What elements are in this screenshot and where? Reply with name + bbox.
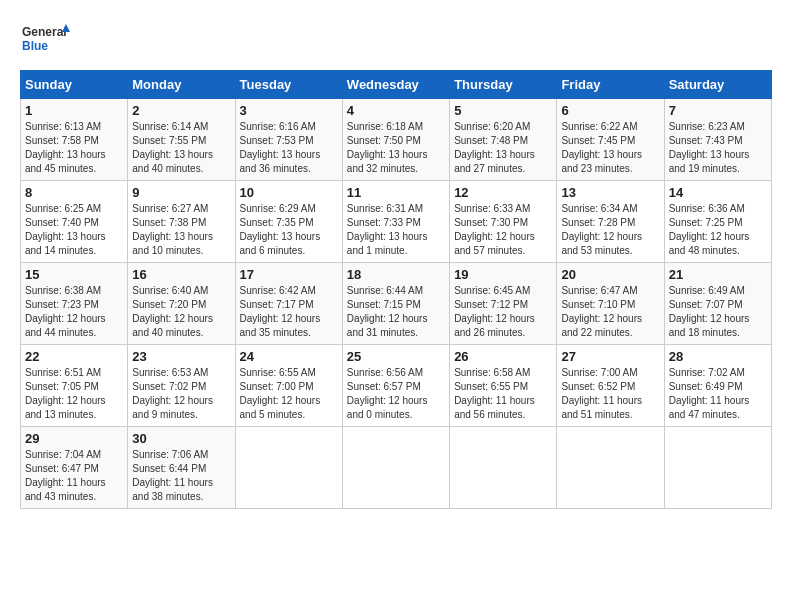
- day-number: 23: [132, 349, 230, 364]
- day-info: Sunrise: 6:31 AM Sunset: 7:33 PM Dayligh…: [347, 202, 445, 258]
- day-info: Sunrise: 6:42 AM Sunset: 7:17 PM Dayligh…: [240, 284, 338, 340]
- day-info: Sunrise: 6:38 AM Sunset: 7:23 PM Dayligh…: [25, 284, 123, 340]
- day-info: Sunrise: 6:49 AM Sunset: 7:07 PM Dayligh…: [669, 284, 767, 340]
- day-header-thursday: Thursday: [450, 71, 557, 99]
- calendar-cell: 1Sunrise: 6:13 AM Sunset: 7:58 PM Daylig…: [21, 99, 128, 181]
- day-header-monday: Monday: [128, 71, 235, 99]
- day-number: 5: [454, 103, 552, 118]
- calendar-cell: 16Sunrise: 6:40 AM Sunset: 7:20 PM Dayli…: [128, 263, 235, 345]
- day-info: Sunrise: 6:13 AM Sunset: 7:58 PM Dayligh…: [25, 120, 123, 176]
- calendar-cell: 2Sunrise: 6:14 AM Sunset: 7:55 PM Daylig…: [128, 99, 235, 181]
- calendar-cell: [450, 427, 557, 509]
- day-header-tuesday: Tuesday: [235, 71, 342, 99]
- day-number: 4: [347, 103, 445, 118]
- day-info: Sunrise: 6:33 AM Sunset: 7:30 PM Dayligh…: [454, 202, 552, 258]
- day-header-saturday: Saturday: [664, 71, 771, 99]
- day-info: Sunrise: 7:02 AM Sunset: 6:49 PM Dayligh…: [669, 366, 767, 422]
- day-info: Sunrise: 6:36 AM Sunset: 7:25 PM Dayligh…: [669, 202, 767, 258]
- calendar-cell: 4Sunrise: 6:18 AM Sunset: 7:50 PM Daylig…: [342, 99, 449, 181]
- svg-text:Blue: Blue: [22, 39, 48, 53]
- calendar-cell: 3Sunrise: 6:16 AM Sunset: 7:53 PM Daylig…: [235, 99, 342, 181]
- day-info: Sunrise: 6:23 AM Sunset: 7:43 PM Dayligh…: [669, 120, 767, 176]
- calendar-cell: 12Sunrise: 6:33 AM Sunset: 7:30 PM Dayli…: [450, 181, 557, 263]
- calendar-cell: 21Sunrise: 6:49 AM Sunset: 7:07 PM Dayli…: [664, 263, 771, 345]
- svg-text:General: General: [22, 25, 67, 39]
- calendar-cell: [664, 427, 771, 509]
- day-number: 22: [25, 349, 123, 364]
- day-info: Sunrise: 6:55 AM Sunset: 7:00 PM Dayligh…: [240, 366, 338, 422]
- calendar-cell: 22Sunrise: 6:51 AM Sunset: 7:05 PM Dayli…: [21, 345, 128, 427]
- day-info: Sunrise: 6:53 AM Sunset: 7:02 PM Dayligh…: [132, 366, 230, 422]
- day-number: 26: [454, 349, 552, 364]
- day-number: 10: [240, 185, 338, 200]
- calendar-cell: 10Sunrise: 6:29 AM Sunset: 7:35 PM Dayli…: [235, 181, 342, 263]
- day-number: 6: [561, 103, 659, 118]
- calendar-cell: 9Sunrise: 6:27 AM Sunset: 7:38 PM Daylig…: [128, 181, 235, 263]
- calendar-cell: [557, 427, 664, 509]
- day-number: 30: [132, 431, 230, 446]
- calendar-cell: 23Sunrise: 6:53 AM Sunset: 7:02 PM Dayli…: [128, 345, 235, 427]
- logo: General Blue: [20, 20, 70, 60]
- day-number: 2: [132, 103, 230, 118]
- day-info: Sunrise: 6:56 AM Sunset: 6:57 PM Dayligh…: [347, 366, 445, 422]
- calendar-cell: 11Sunrise: 6:31 AM Sunset: 7:33 PM Dayli…: [342, 181, 449, 263]
- day-info: Sunrise: 6:22 AM Sunset: 7:45 PM Dayligh…: [561, 120, 659, 176]
- calendar-cell: 6Sunrise: 6:22 AM Sunset: 7:45 PM Daylig…: [557, 99, 664, 181]
- calendar-cell: 28Sunrise: 7:02 AM Sunset: 6:49 PM Dayli…: [664, 345, 771, 427]
- calendar-cell: 26Sunrise: 6:58 AM Sunset: 6:55 PM Dayli…: [450, 345, 557, 427]
- calendar-cell: 15Sunrise: 6:38 AM Sunset: 7:23 PM Dayli…: [21, 263, 128, 345]
- calendar-cell: 25Sunrise: 6:56 AM Sunset: 6:57 PM Dayli…: [342, 345, 449, 427]
- calendar-cell: 14Sunrise: 6:36 AM Sunset: 7:25 PM Dayli…: [664, 181, 771, 263]
- day-info: Sunrise: 6:29 AM Sunset: 7:35 PM Dayligh…: [240, 202, 338, 258]
- day-number: 15: [25, 267, 123, 282]
- day-header-sunday: Sunday: [21, 71, 128, 99]
- day-info: Sunrise: 6:58 AM Sunset: 6:55 PM Dayligh…: [454, 366, 552, 422]
- day-number: 14: [669, 185, 767, 200]
- day-number: 11: [347, 185, 445, 200]
- calendar-week-1: 8Sunrise: 6:25 AM Sunset: 7:40 PM Daylig…: [21, 181, 772, 263]
- calendar-header-row: SundayMondayTuesdayWednesdayThursdayFrid…: [21, 71, 772, 99]
- day-number: 29: [25, 431, 123, 446]
- calendar-cell: 27Sunrise: 7:00 AM Sunset: 6:52 PM Dayli…: [557, 345, 664, 427]
- calendar-cell: 8Sunrise: 6:25 AM Sunset: 7:40 PM Daylig…: [21, 181, 128, 263]
- day-number: 18: [347, 267, 445, 282]
- day-number: 7: [669, 103, 767, 118]
- calendar-week-2: 15Sunrise: 6:38 AM Sunset: 7:23 PM Dayli…: [21, 263, 772, 345]
- day-info: Sunrise: 6:18 AM Sunset: 7:50 PM Dayligh…: [347, 120, 445, 176]
- calendar-cell: 29Sunrise: 7:04 AM Sunset: 6:47 PM Dayli…: [21, 427, 128, 509]
- day-info: Sunrise: 6:40 AM Sunset: 7:20 PM Dayligh…: [132, 284, 230, 340]
- day-info: Sunrise: 6:44 AM Sunset: 7:15 PM Dayligh…: [347, 284, 445, 340]
- day-info: Sunrise: 7:06 AM Sunset: 6:44 PM Dayligh…: [132, 448, 230, 504]
- day-number: 12: [454, 185, 552, 200]
- day-info: Sunrise: 6:20 AM Sunset: 7:48 PM Dayligh…: [454, 120, 552, 176]
- header: General Blue: [20, 20, 772, 60]
- day-info: Sunrise: 7:00 AM Sunset: 6:52 PM Dayligh…: [561, 366, 659, 422]
- calendar-cell: 18Sunrise: 6:44 AM Sunset: 7:15 PM Dayli…: [342, 263, 449, 345]
- day-number: 16: [132, 267, 230, 282]
- day-number: 20: [561, 267, 659, 282]
- day-number: 1: [25, 103, 123, 118]
- day-number: 21: [669, 267, 767, 282]
- calendar-week-4: 29Sunrise: 7:04 AM Sunset: 6:47 PM Dayli…: [21, 427, 772, 509]
- calendar-cell: [235, 427, 342, 509]
- calendar-week-0: 1Sunrise: 6:13 AM Sunset: 7:58 PM Daylig…: [21, 99, 772, 181]
- day-number: 19: [454, 267, 552, 282]
- day-info: Sunrise: 6:34 AM Sunset: 7:28 PM Dayligh…: [561, 202, 659, 258]
- day-header-friday: Friday: [557, 71, 664, 99]
- calendar-cell: 19Sunrise: 6:45 AM Sunset: 7:12 PM Dayli…: [450, 263, 557, 345]
- day-number: 3: [240, 103, 338, 118]
- calendar-cell: 13Sunrise: 6:34 AM Sunset: 7:28 PM Dayli…: [557, 181, 664, 263]
- calendar-cell: 30Sunrise: 7:06 AM Sunset: 6:44 PM Dayli…: [128, 427, 235, 509]
- day-info: Sunrise: 6:27 AM Sunset: 7:38 PM Dayligh…: [132, 202, 230, 258]
- day-header-wednesday: Wednesday: [342, 71, 449, 99]
- logo-svg: General Blue: [20, 20, 70, 60]
- calendar-cell: 17Sunrise: 6:42 AM Sunset: 7:17 PM Dayli…: [235, 263, 342, 345]
- calendar-table: SundayMondayTuesdayWednesdayThursdayFrid…: [20, 70, 772, 509]
- calendar-cell: 20Sunrise: 6:47 AM Sunset: 7:10 PM Dayli…: [557, 263, 664, 345]
- day-number: 13: [561, 185, 659, 200]
- calendar-cell: [342, 427, 449, 509]
- day-info: Sunrise: 6:51 AM Sunset: 7:05 PM Dayligh…: [25, 366, 123, 422]
- day-info: Sunrise: 6:45 AM Sunset: 7:12 PM Dayligh…: [454, 284, 552, 340]
- calendar-cell: 5Sunrise: 6:20 AM Sunset: 7:48 PM Daylig…: [450, 99, 557, 181]
- calendar-cell: 7Sunrise: 6:23 AM Sunset: 7:43 PM Daylig…: [664, 99, 771, 181]
